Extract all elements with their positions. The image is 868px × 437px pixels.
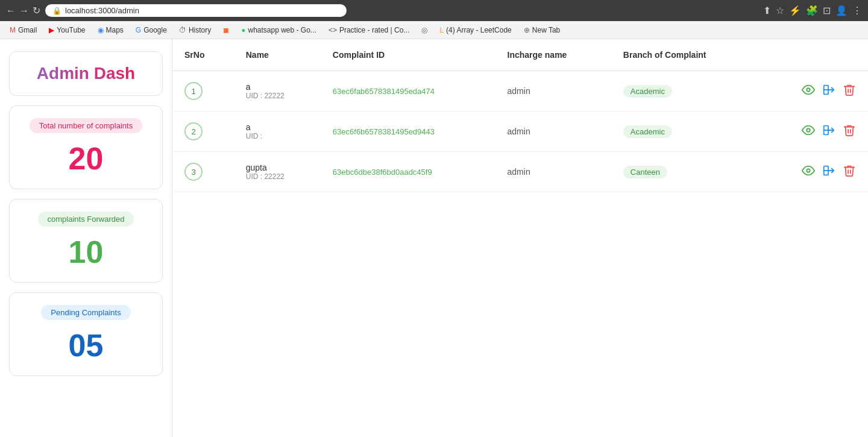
forward-icon[interactable] [822, 124, 835, 140]
bookmark-label: Gmail [18, 26, 37, 34]
col-name: Name [234, 39, 321, 71]
total-complaints-badge: Total number of complaints [30, 118, 142, 133]
bookmark-gmail[interactable]: M Gmail [5, 25, 42, 36]
puzzle-icon[interactable]: 🧩 [806, 5, 818, 16]
bookmarks-bar: M Gmail ▶ YouTube ◉ Maps G Google ⏱ Hist… [0, 21, 868, 39]
incharge-name-text: admin [508, 167, 530, 177]
bookmark-maps[interactable]: ◉ Maps [93, 25, 128, 36]
bookmark-orange-icon: ◼ [223, 26, 229, 34]
sidebar: Admin Dash Total number of complaints 20… [0, 39, 172, 437]
delete-icon[interactable] [843, 164, 856, 180]
total-complaints-number: 20 [22, 140, 150, 177]
complaint-id-text: 63ec6f6b6578381495ed9443 [333, 127, 435, 136]
lock-icon: 🔒 [52, 7, 61, 15]
cell-name: gupta UID : 22222 [234, 152, 321, 192]
bookmark-globe[interactable]: ◎ [417, 25, 432, 36]
bookmark-practice[interactable]: <> Practice - rated | Co... [324, 25, 415, 36]
bookmark-leetcode[interactable]: L (4) Array - LeetCode [435, 25, 516, 36]
main-area: SrNo Name Complaint ID Incharge name Bra… [172, 39, 868, 437]
bookmark-label: whatsapp web - Go... [248, 26, 316, 34]
table-row: 2 a UID : 63ec6f6b6578381495ed9443 admin… [172, 112, 868, 152]
star-icon[interactable]: ☆ [776, 5, 784, 16]
name-text: gupta [246, 163, 309, 172]
back-icon[interactable]: ← [6, 5, 16, 16]
url-text: localhost:3000/admin [65, 6, 139, 15]
cell-complaint-id: 63ec6fab6578381495eda474 [321, 71, 495, 112]
gmail-icon: M [10, 26, 16, 34]
extension-icon[interactable]: ⚡ [789, 5, 801, 16]
menu-icon[interactable]: ⋮ [852, 5, 862, 16]
forward-icon[interactable] [822, 164, 835, 180]
pending-badge: Pending Complaints [41, 305, 130, 320]
view-icon[interactable] [802, 83, 815, 99]
uid-text: UID : 22222 [246, 92, 309, 100]
complaints-table: SrNo Name Complaint ID Incharge name Bra… [172, 39, 868, 192]
cell-actions [760, 71, 868, 112]
bookmark-youtube[interactable]: ▶ YouTube [44, 25, 90, 36]
delete-icon[interactable] [843, 124, 856, 140]
bookmark-label: Google [143, 26, 167, 34]
history-icon: ⏱ [179, 26, 186, 34]
cell-actions [760, 152, 868, 192]
bookmark-label: (4) Array - LeetCode [446, 26, 512, 34]
cell-complaint-id: 63ebc6dbe38f6bd0aadc45f9 [321, 152, 495, 192]
bookmark-google[interactable]: G Google [131, 25, 172, 36]
table-row: 1 a UID : 22222 63ec6fab6578381495eda474… [172, 71, 868, 112]
forward-icon[interactable]: → [19, 5, 29, 16]
bookmark-history[interactable]: ⏱ History [174, 25, 216, 36]
bookmark-label: New Tab [532, 26, 560, 34]
action-icons [772, 83, 856, 99]
col-complaint-id: Complaint ID [321, 39, 495, 71]
branch-badge: Canteen [623, 166, 667, 178]
split-icon[interactable]: ⊡ [823, 5, 831, 16]
col-incharge: Incharge name [495, 39, 611, 71]
newtab-icon: ⊕ [524, 26, 530, 34]
row-number: 1 [184, 82, 203, 100]
svg-point-2 [807, 128, 810, 132]
view-icon[interactable] [802, 164, 815, 180]
youtube-icon: ▶ [49, 26, 54, 34]
cell-branch: Canteen [611, 152, 760, 192]
action-icons [772, 124, 856, 140]
whatsapp-icon: ● [241, 26, 245, 34]
address-bar[interactable]: 🔒 localhost:3000/admin [45, 4, 347, 17]
forward-icon[interactable] [822, 83, 835, 99]
cell-srno: 3 [172, 152, 234, 192]
complaint-id-text: 63ebc6dbe38f6bd0aadc45f9 [333, 168, 432, 177]
col-branch: Branch of Complaint [611, 39, 760, 71]
stat-card-pending: Pending Complaints 05 [9, 292, 163, 376]
bookmark-label: YouTube [57, 26, 85, 34]
row-number: 3 [184, 163, 203, 181]
browser-nav-icons: ← → ↻ [6, 5, 40, 16]
col-actions [760, 39, 868, 71]
incharge-name-text: admin [508, 86, 530, 96]
maps-icon: ◉ [98, 26, 104, 34]
bookmark-label: Maps [106, 26, 124, 34]
view-icon[interactable] [802, 124, 815, 140]
pending-number: 05 [22, 327, 150, 363]
col-srno: SrNo [172, 39, 234, 71]
bookmark-label: Practice - rated | Co... [339, 26, 410, 34]
cell-incharge: admin [495, 152, 611, 192]
branch-badge: Academic [623, 125, 672, 138]
cell-name: a UID : 22222 [234, 71, 321, 112]
reload-icon[interactable]: ↻ [33, 5, 40, 16]
table-row: 3 gupta UID : 22222 63ebc6dbe38f6bd0aadc… [172, 152, 868, 192]
share-icon[interactable]: ⬆ [763, 5, 771, 16]
svg-point-0 [807, 88, 810, 92]
table-header: SrNo Name Complaint ID Incharge name Bra… [172, 39, 868, 71]
stat-card-forwarded: complaints Forwarded 10 [9, 199, 163, 283]
browser-chrome: ← → ↻ 🔒 localhost:3000/admin ⬆ ☆ ⚡ 🧩 ⊡ 👤… [0, 0, 868, 21]
bookmark-whatsapp[interactable]: ● whatsapp web - Go... [236, 25, 321, 36]
bookmark-newtab[interactable]: ⊕ New Tab [519, 25, 565, 36]
name-text: a [246, 122, 309, 132]
row-number: 2 [184, 122, 203, 140]
leetcode-icon: L [439, 26, 444, 34]
practice-icon: <> [329, 26, 337, 34]
bookmark-orange[interactable]: ◼ [218, 25, 234, 36]
uid-text: UID : [246, 132, 309, 140]
profile-icon[interactable]: 👤 [835, 5, 848, 16]
svg-point-4 [807, 169, 810, 172]
delete-icon[interactable] [843, 83, 856, 99]
admin-title-card: Admin Dash [9, 51, 163, 96]
